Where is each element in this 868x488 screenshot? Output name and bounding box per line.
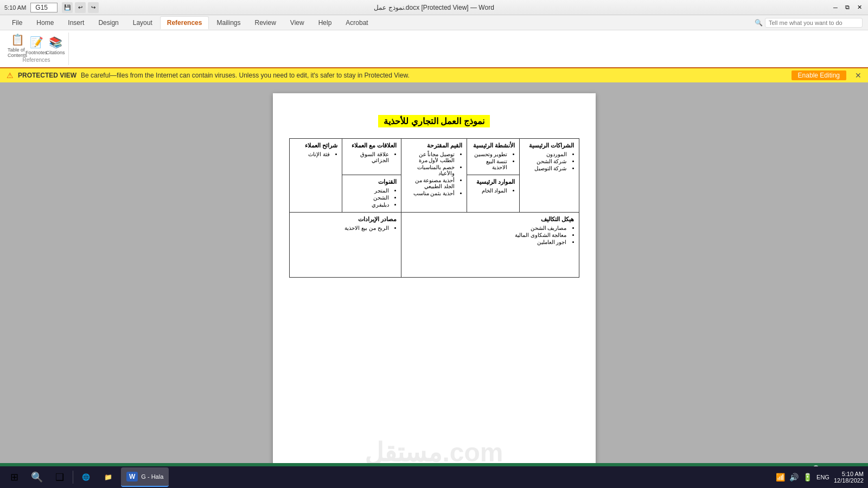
- search-button[interactable]: 🔍: [27, 467, 47, 487]
- list-item: تنسة البيع الاحذية: [471, 158, 507, 170]
- key-activities-content: تطوير وتحسين تنسة البيع الاحذية: [471, 151, 515, 170]
- customer-segments-content: فئة الإناث: [294, 151, 337, 157]
- key-activities-cell: الأنشطة الرئيسية تطوير وتحسين تنسة البيع…: [467, 139, 520, 175]
- edge-icon: 🌐: [82, 473, 90, 481]
- tab-review[interactable]: Review: [248, 17, 283, 29]
- ribbon-content: 📋Table of Contents 📝Footnotes 📚Citations…: [0, 30, 868, 68]
- tab-help[interactable]: Help: [312, 17, 339, 29]
- edge-app[interactable]: 🌐: [76, 467, 95, 487]
- list-item: الربح من بيع الاحذية: [294, 225, 389, 231]
- warning-icon: ⚠: [7, 71, 14, 80]
- customer-relationships-header: العلاقات مع العملاء: [347, 142, 397, 149]
- word-app[interactable]: W G - Hala: [121, 467, 169, 487]
- customer-relationships-content: علاقة السوق الجزائي: [347, 151, 397, 163]
- list-item: شركة التوصيل: [524, 165, 566, 171]
- main-area: نموذج العمل التجاري للأحذية الشراكات الر…: [0, 82, 868, 463]
- key-resources-header: الموارد الرئيسية: [471, 178, 515, 185]
- explorer-icon: 📁: [104, 473, 112, 481]
- minimize-button[interactable]: ─: [831, 3, 840, 12]
- taskbar-date: 12/18/2022: [834, 477, 864, 484]
- ribbon-search[interactable]: 🔍: [755, 18, 863, 28]
- tab-insert[interactable]: Insert: [61, 17, 91, 29]
- table-of-contents-btn[interactable]: 📋Table of Contents: [9, 35, 26, 56]
- revenue-streams-content: الربح من بيع الاحذية: [294, 225, 397, 231]
- list-item: معالجة الشكاوى المالية: [406, 232, 567, 238]
- document-wrapper[interactable]: نموذج العمل التجاري للأحذية الشراكات الر…: [0, 82, 868, 463]
- close-button[interactable]: ✕: [855, 3, 864, 12]
- word-icon: W: [126, 472, 138, 481]
- list-item: اجور العاملين: [406, 239, 567, 245]
- key-partners-cell: الشراكات الرئيسية الموردون شركة الشحن شر…: [520, 139, 579, 213]
- taskbar-separator-1: [73, 471, 73, 484]
- task-view-button[interactable]: ❑: [50, 467, 69, 487]
- list-item: علاقة السوق الجزائي: [347, 151, 389, 163]
- cost-structure-content: مصاريف الشحن معالجة الشكاوى المالية اجور…: [406, 225, 575, 245]
- save-icon[interactable]: 💾: [62, 2, 73, 13]
- tab-home[interactable]: Home: [30, 17, 60, 29]
- list-item: ديليفري: [347, 202, 389, 208]
- customer-relationships-cell: العلاقات مع العملاء علاقة السوق الجزائي: [342, 139, 401, 175]
- ribbon-search-input[interactable]: [765, 18, 863, 28]
- list-item: مصاريف الشحن: [406, 225, 567, 231]
- window-controls: ─ ⧉ ✕: [831, 3, 864, 12]
- tab-layout[interactable]: Layout: [126, 17, 159, 29]
- list-item: المتجر: [347, 188, 389, 194]
- watermark: مستقل.com: [365, 437, 503, 463]
- taskbar-time: 5:10 AM: [834, 471, 864, 477]
- tab-references[interactable]: References: [160, 16, 209, 29]
- enable-editing-button[interactable]: Enable Editing: [792, 70, 846, 80]
- taskbar-right: 📶 🔊 🔋 ENG 5:10 AM 12/18/2022: [776, 471, 864, 484]
- start-button[interactable]: ⊞: [4, 467, 24, 487]
- value-propositions-header: القيم المقترحة: [406, 142, 462, 149]
- revenue-streams-cell: مصادر الإيرادات الربح من بيع الاحذية: [289, 213, 401, 278]
- tab-acrobat[interactable]: Acrobat: [339, 17, 374, 29]
- volume-icon[interactable]: 🔊: [789, 473, 799, 481]
- key-resources-cell: الموارد الرئيسية المواد الخام: [467, 175, 520, 213]
- taskbar: ⊞ 🔍 ❑ 🌐 📁 W G - Hala 📶 🔊 🔋 ENG 5:10 AM 1…: [0, 466, 868, 488]
- tab-design[interactable]: Design: [92, 17, 125, 29]
- list-item: الموردون: [524, 151, 566, 157]
- channels-cell: القنوات المتجر الشحن ديليفري: [342, 175, 401, 213]
- channels-content: المتجر الشحن ديليفري: [347, 188, 397, 208]
- key-partners-content: الموردون شركة الشحن شركة التوصيل: [524, 151, 574, 171]
- network-icon[interactable]: 📶: [776, 473, 785, 481]
- customer-segments-cell: شرائح العملاء فئة الإناث: [289, 139, 342, 213]
- tab-file[interactable]: File: [5, 17, 29, 29]
- input-lang[interactable]: ENG: [816, 474, 829, 480]
- list-item: تطوير وتحسين: [471, 151, 507, 157]
- window-title: نموذج عمل.docx [Protected View] — Word: [374, 4, 494, 11]
- value-propositions-cell: القيم المقترحة توصيل مجاناً عن الطلب لأو…: [401, 139, 467, 213]
- taskbar-clock[interactable]: 5:10 AM 12/18/2022: [834, 471, 864, 484]
- protected-view-close[interactable]: ✕: [855, 71, 861, 80]
- revenue-streams-header: مصادر الإيرادات: [294, 216, 397, 223]
- redo-icon[interactable]: ↪: [88, 2, 99, 13]
- citation-btn[interactable]: 📚Citations: [47, 35, 64, 56]
- ribbon-group-1: 📋Table of Contents 📝Footnotes 📚Citations…: [4, 33, 69, 65]
- tab-view[interactable]: View: [284, 17, 311, 29]
- document-canvas: نموذج العمل التجاري للأحذية الشراكات الر…: [273, 93, 596, 463]
- tab-mailings[interactable]: Mailings: [210, 17, 247, 29]
- explorer-app[interactable]: 📁: [99, 467, 118, 487]
- restore-button[interactable]: ⧉: [843, 3, 852, 12]
- title-bar-left: 5:10 AM G15 💾 ↩ ↪: [4, 2, 99, 13]
- channels-header: القنوات: [347, 178, 397, 185]
- customer-segments-header: شرائح العملاء: [294, 142, 337, 149]
- protected-view-message: Be careful—files from the Internet can c…: [81, 72, 410, 79]
- ribbon-tab-bar: File Home Insert Design Layout Reference…: [0, 15, 868, 30]
- list-item: شركة الشحن: [524, 158, 566, 164]
- undo-icon[interactable]: ↩: [75, 2, 86, 13]
- list-item: المواد الخام: [471, 188, 507, 194]
- battery-icon[interactable]: 🔋: [803, 473, 812, 481]
- list-item: خصم بالمناسبات والأعياد: [406, 164, 455, 176]
- ribbon-group-label-1: References: [22, 57, 50, 63]
- list-item: توصيل مجاناً عن الطلب لأول مرة: [406, 151, 455, 163]
- key-activities-header: الأنشطة الرئيسية: [471, 142, 515, 149]
- protected-view-label: PROTECTED VIEW: [18, 72, 76, 79]
- list-item: الشحن: [347, 195, 389, 201]
- list-item: فئة الإناث: [294, 151, 330, 157]
- title-bar: 5:10 AM G15 💾 ↩ ↪ نموذج عمل.docx [Protec…: [0, 0, 868, 15]
- cell-ref-box[interactable]: G15: [30, 3, 58, 12]
- footnote-btn[interactable]: 📝Footnotes: [28, 35, 45, 56]
- taskbar-time: 5:10 AM: [4, 4, 26, 11]
- protected-view-bar: ⚠ PROTECTED VIEW Be careful—files from t…: [0, 68, 868, 82]
